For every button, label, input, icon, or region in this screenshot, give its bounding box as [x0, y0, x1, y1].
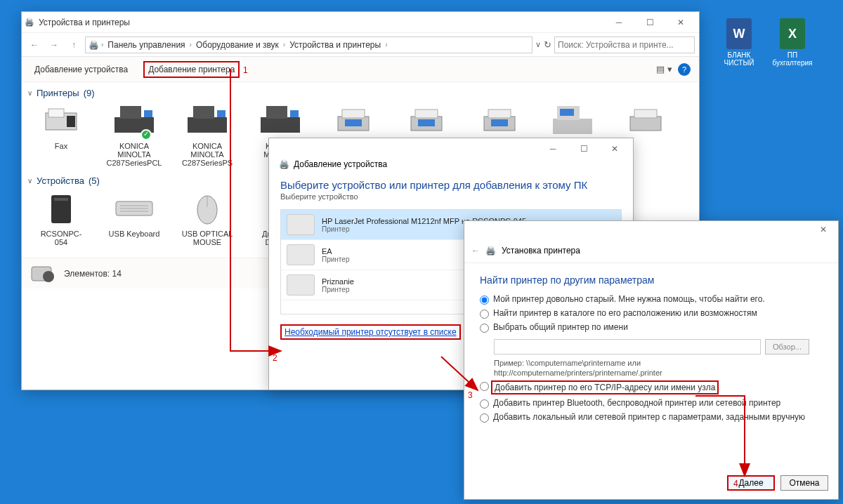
up-button[interactable]: ↑ — [65, 37, 82, 53]
desktop-icon-word[interactable]: W БЛАНК ЧИСТЫЙ — [718, 18, 760, 67]
help-icon[interactable]: ? — [678, 63, 691, 76]
svg-rect-24 — [630, 117, 661, 131]
crumb-item[interactable]: Устройства и принтеры — [287, 39, 383, 51]
annotation-4: 4 — [733, 479, 738, 489]
svg-rect-16 — [415, 110, 438, 118]
dialog-header: ← 🖨️ Установка принтера — [464, 238, 838, 263]
dialog-body: Найти принтер по другим параметрам Мой п… — [464, 263, 838, 437]
wizard-subtitle: Выберите устройство — [269, 192, 633, 206]
example-text: http://computername/printers/printername… — [494, 369, 823, 377]
svg-rect-7 — [193, 106, 214, 119]
crumb-item[interactable]: Панель управления — [105, 39, 187, 51]
svg-rect-1 — [48, 109, 64, 117]
option-bluetooth[interactable]: Добавить принтер Bluetooth, беспроводной… — [480, 398, 823, 409]
close-button[interactable]: ✕ — [599, 139, 630, 159]
dialog-title: Добавление устройства — [294, 159, 387, 169]
shared-name-input[interactable] — [494, 339, 761, 354]
folder-icon: 🖨️ — [89, 40, 99, 50]
desktop-icon-label: БЛАНК ЧИСТЫЙ — [718, 51, 760, 67]
svg-rect-25 — [634, 110, 657, 118]
option-local[interactable]: Добавить локальный или сетевой принтер с… — [480, 412, 823, 423]
title-bar: 🖨️ Устройства и принтеры ─ ☐ ✕ — [22, 12, 699, 33]
forward-button[interactable]: → — [46, 37, 63, 53]
svg-rect-20 — [491, 119, 508, 126]
annotation-1: 1 — [243, 65, 248, 75]
svg-rect-13 — [342, 110, 365, 118]
dialog-title: Установка принтера — [502, 246, 580, 256]
printer-icon — [287, 244, 315, 265]
close-button[interactable]: ✕ — [665, 13, 696, 32]
default-check-icon — [140, 129, 152, 140]
view-icon[interactable]: ▤ ▾ — [656, 64, 672, 74]
command-bar: Добавление устройства Добавление принтер… — [22, 57, 699, 82]
svg-rect-14 — [345, 119, 362, 126]
maximize-button[interactable]: ☐ — [568, 139, 599, 159]
window-icon: 🖨️ — [25, 18, 34, 27]
device-printer[interactable]: KONICA MINOLTA C287SeriesPS — [181, 104, 234, 167]
svg-rect-27 — [54, 198, 68, 201]
breadcrumb[interactable]: 🖨️ › Панель управления › Оборудование и … — [85, 37, 532, 53]
printer-icon: 🖨️ — [485, 246, 496, 256]
device-label: KONICA MINOLTA C287SeriesPCL — [107, 142, 162, 167]
device-label: USB Keyboard — [109, 230, 160, 238]
minimize-button[interactable]: ─ — [537, 139, 568, 159]
back-button[interactable]: ← — [26, 37, 43, 53]
device-label: RCSONPC-054 — [34, 230, 88, 246]
svg-rect-8 — [217, 110, 226, 117]
svg-rect-21 — [553, 119, 592, 134]
option-catalog[interactable]: Найти принтер в каталоге по его располож… — [480, 308, 823, 319]
minimize-button[interactable]: ─ — [603, 13, 634, 32]
svg-rect-6 — [188, 117, 227, 133]
add-device-command[interactable]: Добавление устройства — [30, 62, 132, 77]
annotation-3: 3 — [468, 390, 473, 400]
window-title: Устройства и принтеры — [34, 18, 603, 27]
wizard-heading: Выберите устройство или принтер для доба… — [269, 169, 633, 192]
device-printer[interactable]: KONICA MINOLTA C287SeriesPCL — [107, 104, 161, 167]
device-fax[interactable]: Fax — [34, 104, 88, 167]
browse-button[interactable]: Обзор... — [765, 339, 809, 354]
back-icon[interactable]: ← — [471, 246, 480, 256]
printer-icon — [287, 214, 315, 235]
desktop-icon-excel[interactable]: X ПП бухгалтерия — [771, 18, 813, 67]
svg-rect-19 — [488, 110, 511, 118]
address-bar: ← → ↑ 🖨️ › Панель управления › Оборудова… — [22, 33, 699, 57]
cancel-button[interactable]: Отмена — [780, 475, 828, 491]
svg-rect-9 — [261, 117, 300, 133]
svg-rect-11 — [290, 110, 299, 117]
option-old-printer[interactable]: Мой принтер довольно старый. Мне нужна п… — [480, 294, 823, 305]
device-pc[interactable]: RCSONPC-054 — [34, 192, 88, 246]
search-box[interactable] — [554, 37, 695, 53]
option-tcpip[interactable]: Добавить принтер по его TCP/IP-адресу ил… — [480, 380, 823, 394]
device-label: KONICA MINOLTA C287SeriesPS — [181, 142, 234, 167]
device-mouse[interactable]: USB OPTICAL MOUSE — [181, 192, 234, 246]
search-input[interactable] — [558, 40, 691, 50]
crumb-item[interactable]: Оборудование и звук — [194, 39, 281, 51]
option-shared[interactable]: Выбрать общий принтер по имени — [480, 322, 823, 333]
add-printer-command[interactable]: Добавление принтера — [143, 61, 240, 78]
status-text: Элементов: 14 — [64, 269, 122, 279]
svg-rect-17 — [418, 119, 435, 126]
svg-rect-2 — [67, 116, 75, 127]
svg-point-38 — [43, 271, 54, 282]
close-button[interactable]: ✕ — [811, 223, 835, 237]
desktop-icon-label: ПП бухгалтерия — [771, 51, 813, 67]
group-printers-header[interactable]: ∨Принтеры (9) — [27, 88, 693, 98]
find-printer-dialog: ✕ ← 🖨️ Установка принтера Найти принтер … — [464, 220, 839, 500]
printer-icon: 🖨️ — [279, 159, 289, 169]
svg-rect-5 — [144, 110, 152, 117]
svg-rect-4 — [120, 106, 141, 119]
status-icon — [29, 263, 57, 285]
maximize-button[interactable]: ☐ — [634, 13, 665, 32]
printer-not-listed-link[interactable]: Необходимый принтер отсутствует в списке — [280, 324, 461, 340]
annotation-2: 2 — [273, 353, 277, 363]
svg-rect-23 — [560, 109, 574, 116]
device-label: Fax — [55, 142, 67, 150]
svg-rect-10 — [266, 106, 287, 119]
dialog-footer: Далее Отмена — [727, 475, 828, 491]
example-text: Пример: \\computername\printername или — [494, 359, 823, 367]
wizard-heading: Найти принтер по другим параметрам — [480, 274, 823, 286]
device-keyboard[interactable]: USB Keyboard — [107, 192, 161, 246]
device-label: USB OPTICAL MOUSE — [181, 230, 234, 246]
printer-icon — [287, 274, 315, 296]
